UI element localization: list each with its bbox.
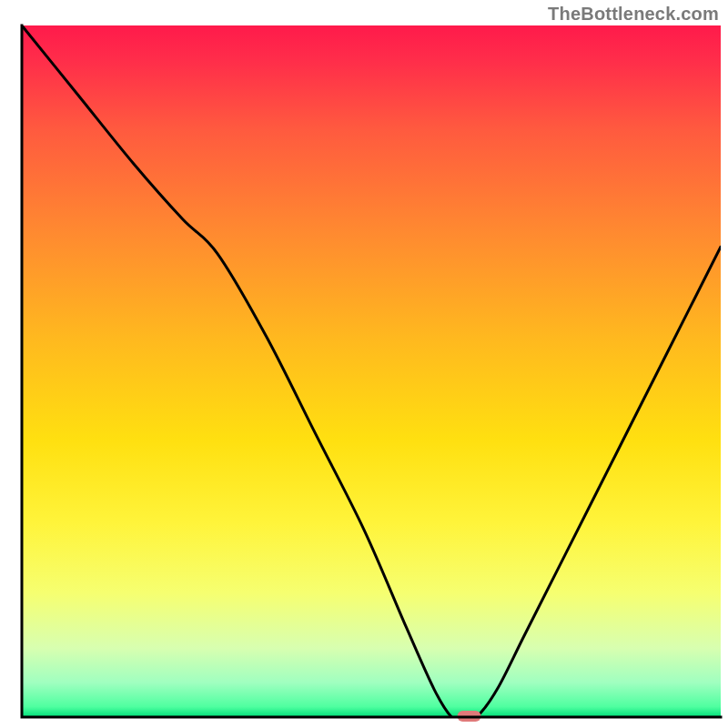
gradient-background (22, 25, 721, 717)
bottleneck-chart (0, 0, 728, 728)
chart-container: TheBottleneck.com (0, 0, 728, 728)
